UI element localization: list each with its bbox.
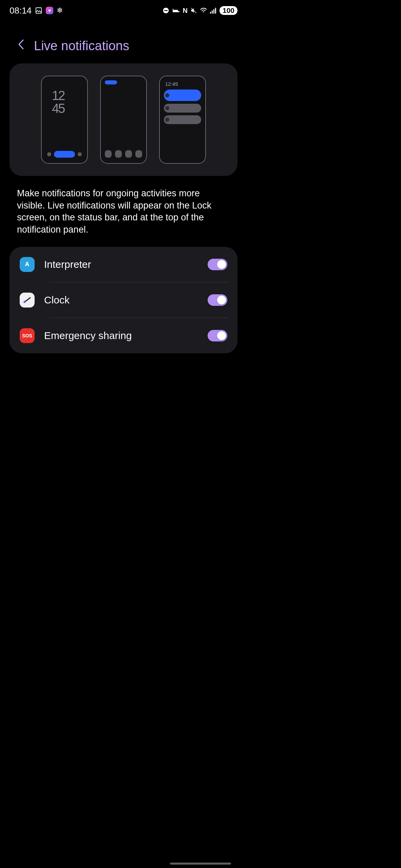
status-bar: 08:14 ♥ ❄ N 100 [0,0,247,18]
app-icon [105,150,112,158]
interpreter-icon: A [20,257,35,272]
app-label: Interpreter [44,259,198,270]
toggle-clock[interactable] [208,294,227,306]
status-left: 08:14 ♥ ❄ [9,5,63,16]
app-icon [115,150,122,158]
svg-rect-5 [173,10,178,11]
wifi-icon [200,7,207,14]
live-notif-row [164,90,201,101]
dot-icon [47,152,51,156]
gallery-icon [35,7,42,14]
bed-icon [172,7,180,14]
health-icon: ♥ [46,7,53,14]
preview-homescreen [100,76,147,164]
svg-rect-0 [36,8,42,14]
app-icon [125,150,132,158]
svg-rect-2 [164,10,168,11]
svg-rect-3 [173,11,179,12]
preview-notifpanel: 12:45 [159,76,206,164]
svg-point-12 [24,301,26,303]
app-list: A Interpreter Clock SOS Emergency sharin… [9,247,237,353]
back-button[interactable] [18,39,24,53]
app-label: Emergency sharing [44,330,198,341]
dot-icon [78,152,82,156]
status-right: N 100 [163,6,238,15]
svg-rect-7 [210,12,211,14]
svg-rect-8 [212,11,213,14]
notif-row [164,104,201,113]
sos-icon: SOS [20,328,35,343]
app-row-clock[interactable]: Clock [9,282,237,318]
description-text: Make notifications for ongoing activitie… [0,176,247,236]
svg-rect-4 [173,9,173,12]
toggle-interpreter[interactable] [208,259,227,270]
toggle-emergency[interactable] [208,330,227,341]
status-time: 08:14 [9,5,32,16]
notif-row [164,115,201,124]
notif-panel-time: 12:45 [165,81,201,87]
app-icon [135,150,142,158]
nfc-icon: N [183,7,188,15]
signal-icon [210,7,217,14]
page-title: Live notifications [34,39,129,53]
statusbar-pill-icon [105,80,117,84]
preview-card: 12 45 12:45 [9,63,237,176]
app-label: Clock [44,294,198,306]
svg-rect-9 [213,9,214,14]
mute-icon [190,7,197,14]
clock-icon [20,293,35,308]
lockscreen-clock: 12 45 [52,89,83,115]
battery-indicator: 100 [219,6,237,15]
svg-rect-10 [215,8,216,14]
snowflake-icon: ❄ [57,6,63,15]
preview-lockscreen: 12 45 [41,76,88,164]
live-pill-icon [54,151,75,158]
page-header: Live notifications [0,18,247,61]
app-row-interpreter[interactable]: A Interpreter [9,247,237,282]
dnd-icon [163,7,169,14]
app-row-emergency[interactable]: SOS Emergency sharing [9,318,237,353]
